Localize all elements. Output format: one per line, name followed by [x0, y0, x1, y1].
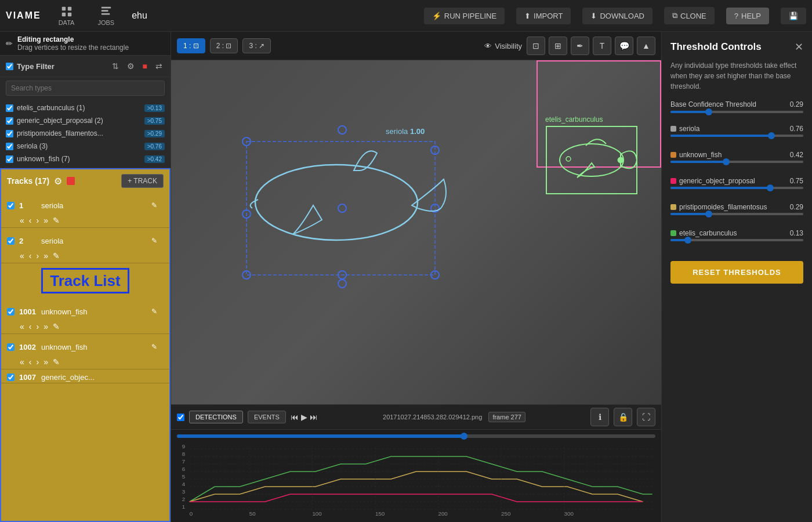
- visibility-button[interactable]: 👁 Visibility: [484, 42, 522, 50]
- edit-hint-desc: Drag vertices to resize the rectangle: [17, 44, 129, 52]
- events-button[interactable]: EVENTS: [248, 411, 286, 423]
- select-tool-btn[interactable]: ⊡: [527, 37, 545, 55]
- import-button[interactable]: ⬆ IMPORT: [516, 8, 571, 24]
- tool-3-label: 3 : ↗: [249, 42, 264, 50]
- track-edit2-btn[interactable]: ✎: [52, 357, 61, 367]
- vertex-tool-btn[interactable]: ⊞: [549, 37, 567, 55]
- download-button[interactable]: ⬇ DOWNLOAD: [582, 8, 652, 24]
- base-slider-fill: [670, 111, 709, 113]
- track-edit-btn-1002[interactable]: ✎: [145, 338, 164, 356]
- arrow-tool-btn[interactable]: ▲: [637, 37, 655, 55]
- help-button[interactable]: ? HELP: [726, 8, 769, 24]
- fullscreen-btn[interactable]: ⛶: [637, 408, 655, 426]
- type-checkbox-4[interactable]: [6, 155, 13, 163]
- seriola-thumb[interactable]: [768, 132, 775, 139]
- track-first-btn[interactable]: «: [19, 251, 26, 260]
- track-checkbox-1002[interactable]: [7, 343, 14, 351]
- timeline-thumb[interactable]: [461, 433, 467, 440]
- detections-button[interactable]: DETECTIONS: [189, 411, 243, 423]
- sort-icon-btn[interactable]: ⇅: [110, 60, 121, 72]
- threshold-panel: Threshold Controls ✕ Any individual type…: [661, 32, 812, 522]
- track-prev-btn[interactable]: ‹: [28, 216, 33, 225]
- track-checkbox-1007[interactable]: [7, 374, 14, 381]
- track-checkbox-1001[interactable]: [7, 308, 14, 316]
- info-btn[interactable]: ℹ: [590, 408, 609, 426]
- unknown-fish-thumb[interactable]: [723, 158, 730, 165]
- tool-btn-1[interactable]: 1 : ⊡: [177, 38, 205, 53]
- track-next-btn[interactable]: ›: [35, 216, 40, 225]
- track-first-btn[interactable]: «: [19, 216, 26, 225]
- svg-rect-4: [102, 7, 111, 9]
- track-next-btn[interactable]: ›: [35, 357, 40, 367]
- track-edit-btn-2[interactable]: ✎: [145, 231, 164, 250]
- reset-thresholds-button[interactable]: RESET THRESHOLDS: [670, 261, 803, 284]
- track-first-btn[interactable]: «: [19, 322, 26, 331]
- track-next-btn[interactable]: ›: [35, 251, 40, 260]
- track-last-btn[interactable]: »: [42, 322, 49, 331]
- track-prev-btn[interactable]: ‹: [28, 322, 33, 331]
- add-track-button[interactable]: + TRACK: [121, 174, 164, 188]
- skip-end-btn[interactable]: ⏭: [310, 412, 318, 422]
- track-next-btn[interactable]: ›: [35, 322, 40, 331]
- save-button[interactable]: 💾: [781, 8, 806, 24]
- detection-toggle[interactable]: [177, 414, 184, 421]
- track-checkbox-2[interactable]: [7, 237, 14, 245]
- type-checkbox-2[interactable]: [6, 130, 13, 137]
- filter-red-btn[interactable]: ■: [140, 60, 150, 72]
- type-checkbox-3[interactable]: [6, 143, 13, 150]
- text-tool-btn[interactable]: T: [593, 37, 611, 55]
- tracks-delete-btn[interactable]: [67, 177, 75, 185]
- track-prev-btn[interactable]: ‹: [28, 357, 33, 367]
- skip-start-btn[interactable]: ⏮: [291, 412, 299, 422]
- pristipomoides-slider[interactable]: [670, 213, 803, 215]
- track-last-btn[interactable]: »: [42, 357, 49, 367]
- etelis-slider[interactable]: [670, 239, 803, 241]
- filter-arrows-btn[interactable]: ⇄: [153, 60, 165, 72]
- nav-data[interactable]: DATA: [53, 5, 81, 26]
- track-first-btn[interactable]: «: [19, 357, 26, 367]
- track-prev-btn[interactable]: ‹: [28, 251, 33, 260]
- svg-text:1: 1: [182, 503, 185, 510]
- pen-tool-btn[interactable]: ✒: [571, 37, 589, 55]
- track-last-btn[interactable]: »: [42, 216, 49, 225]
- generic-object-slider[interactable]: [670, 187, 803, 189]
- etelis-thumb[interactable]: [684, 237, 691, 244]
- track-edit2-btn[interactable]: ✎: [52, 216, 61, 225]
- seriola-slider[interactable]: [670, 135, 803, 137]
- type-checkbox-1[interactable]: [6, 117, 13, 125]
- play-btn[interactable]: ▶: [301, 412, 307, 422]
- comment-tool-btn[interactable]: 💬: [615, 37, 633, 55]
- pristipomoides-thumb[interactable]: [705, 211, 712, 217]
- base-slider-thumb[interactable]: [705, 108, 712, 115]
- track-controls-1: « ‹ › » ✎: [7, 215, 164, 226]
- table-row: 1001 unknown_fish ✎ « ‹ › » ✎: [1, 299, 169, 334]
- seriola-dot: [670, 126, 676, 132]
- nav-jobs[interactable]: JOBS: [92, 5, 120, 26]
- type-filter-checkbox[interactable]: [6, 63, 13, 70]
- track-checkbox-1[interactable]: [7, 202, 14, 209]
- type-checkbox-0[interactable]: [6, 104, 13, 112]
- timeline-track[interactable]: [177, 434, 655, 438]
- frame-info: 20171027.214853.282.029412.png frame 277: [322, 414, 586, 420]
- track-last-btn[interactable]: »: [42, 251, 49, 260]
- lock-btn[interactable]: 🔒: [614, 408, 632, 426]
- timeline-area: 9 8 7 6 5 4 3 2 1: [171, 429, 661, 522]
- settings-icon-btn[interactable]: ⚙: [125, 60, 137, 72]
- track-edit2-btn[interactable]: ✎: [52, 322, 61, 331]
- base-threshold-slider[interactable]: [670, 111, 803, 113]
- type-item: unknown_fish (7) >0.42: [0, 153, 171, 165]
- search-input[interactable]: [6, 81, 165, 96]
- type-item: generic_object_proposal (2) >0.75: [0, 114, 171, 127]
- track-edit2-btn[interactable]: ✎: [52, 251, 61, 260]
- svg-text:2: 2: [182, 496, 185, 502]
- threshold-close-btn[interactable]: ✕: [795, 41, 803, 53]
- tracks-settings-btn[interactable]: ⚙: [54, 176, 62, 187]
- tool-btn-3[interactable]: 3 : ↗: [242, 38, 271, 53]
- generic-object-thumb[interactable]: [767, 184, 774, 191]
- clone-button[interactable]: ⧉ CLONE: [664, 7, 715, 24]
- unknown-fish-slider[interactable]: [670, 161, 803, 163]
- track-edit-btn-1001[interactable]: ✎: [145, 302, 164, 321]
- run-pipeline-button[interactable]: ⚡ RUN PIPELINE: [424, 8, 505, 24]
- track-edit-btn-1[interactable]: ✎: [145, 196, 164, 215]
- tool-btn-2[interactable]: 2 : ⊡: [210, 38, 238, 53]
